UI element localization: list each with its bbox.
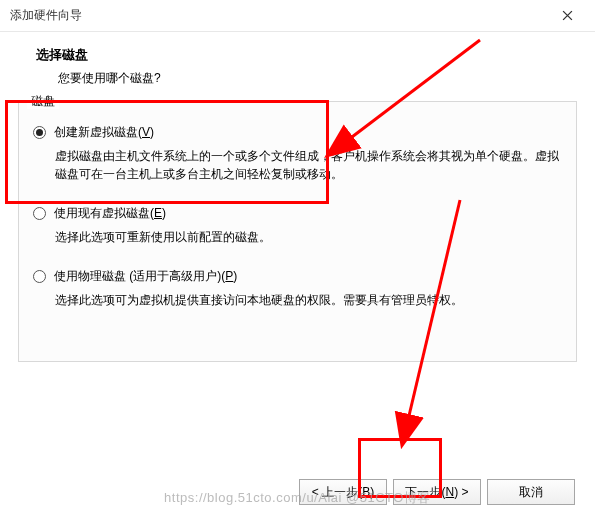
page-title: 选择磁盘 [36, 46, 583, 64]
disk-groupbox: 磁盘 创建新虚拟磁盘(V) 虚拟磁盘由主机文件系统上的一个或多个文件组成，客户机… [18, 101, 577, 362]
option-head: 使用物理磁盘 (适用于高级用户)(P) [33, 268, 566, 285]
radio-icon [33, 207, 46, 220]
option-create-new-disk[interactable]: 创建新虚拟磁盘(V) 虚拟磁盘由主机文件系统上的一个或多个文件组成，客户机操作系… [33, 124, 566, 183]
back-button[interactable]: < 上一步(B) [299, 479, 387, 505]
radio-icon [33, 126, 46, 139]
option-head: 使用现有虚拟磁盘(E) [33, 205, 566, 222]
page-subtitle: 您要使用哪个磁盘? [36, 70, 583, 87]
close-button[interactable] [547, 2, 587, 30]
wizard-header: 选择磁盘 您要使用哪个磁盘? [0, 32, 595, 99]
option-head: 创建新虚拟磁盘(V) [33, 124, 566, 141]
option-label: 使用物理磁盘 (适用于高级用户)(P) [54, 268, 237, 285]
cancel-button[interactable]: 取消 [487, 479, 575, 505]
option-desc: 选择此选项可为虚拟机提供直接访问本地硬盘的权限。需要具有管理员特权。 [33, 291, 566, 309]
group-label: 磁盘 [27, 93, 59, 109]
disk-options: 创建新虚拟磁盘(V) 虚拟磁盘由主机文件系统上的一个或多个文件组成，客户机操作系… [21, 104, 574, 309]
option-desc: 虚拟磁盘由主机文件系统上的一个或多个文件组成，客户机操作系统会将其视为单个硬盘。… [33, 147, 566, 183]
next-button[interactable]: 下一步(N) > [393, 479, 481, 505]
option-use-existing-disk[interactable]: 使用现有虚拟磁盘(E) 选择此选项可重新使用以前配置的磁盘。 [33, 205, 566, 246]
option-desc: 选择此选项可重新使用以前配置的磁盘。 [33, 228, 566, 246]
option-label: 创建新虚拟磁盘(V) [54, 124, 154, 141]
option-label: 使用现有虚拟磁盘(E) [54, 205, 166, 222]
option-use-physical-disk[interactable]: 使用物理磁盘 (适用于高级用户)(P) 选择此选项可为虚拟机提供直接访问本地硬盘… [33, 268, 566, 309]
close-icon [562, 10, 573, 21]
window-title: 添加硬件向导 [10, 7, 82, 24]
wizard-footer: < 上一步(B) 下一步(N) > 取消 [299, 479, 575, 505]
radio-icon [33, 270, 46, 283]
titlebar: 添加硬件向导 [0, 0, 595, 32]
